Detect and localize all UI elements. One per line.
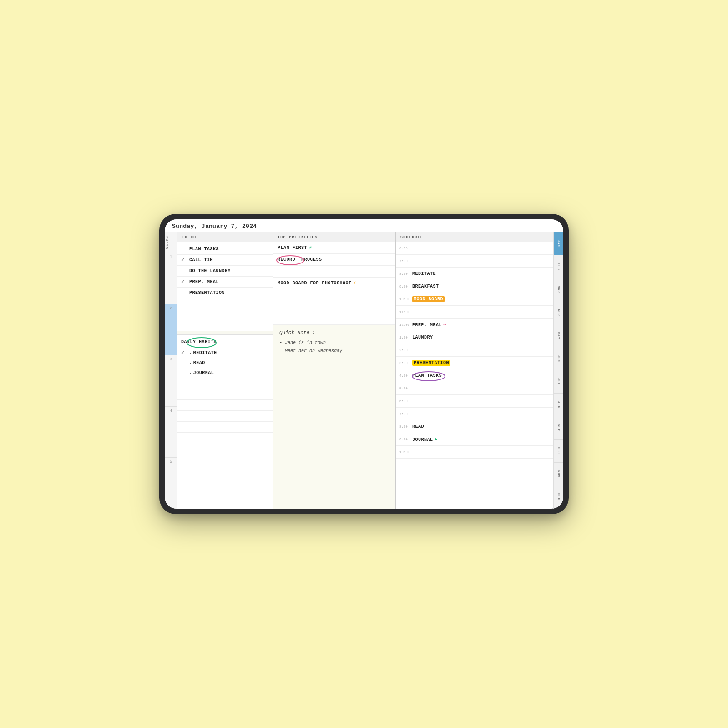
bullet-meditate: • — [189, 351, 192, 355]
todo-item-prep-meal[interactable]: ✓ PREP. MEAL — [177, 277, 273, 288]
schedule-100[interactable]: 1:00 LAUNDRY — [396, 331, 553, 344]
schedule-1000[interactable]: 10:00 MOOD BOARD — [396, 293, 553, 306]
svg-point-1 — [277, 256, 304, 265]
tab-feb[interactable]: FEB — [554, 255, 563, 278]
priorities-header: TOP PRIORITIES — [273, 232, 395, 242]
tab-oct[interactable]: OCT — [554, 440, 563, 463]
todo-header: TO DO — [177, 232, 273, 242]
time-900b: 9:00 — [399, 438, 412, 441]
lightning-icon-1: ⚡ — [309, 244, 312, 251]
todo-empty6 — [177, 400, 273, 411]
todo-item-laundry[interactable]: DO THE LAUNDRY — [177, 266, 273, 277]
todo-item-plan-tasks[interactable]: PLAN TASKS — [177, 244, 273, 255]
todo-item-call-tim[interactable]: ✓ CALL TIM — [177, 255, 273, 266]
schedule-600: 6:00 — [396, 242, 553, 255]
habits-title: DAILY HABITS — [181, 339, 217, 344]
schedule-header: SCHEDULE — [396, 232, 553, 242]
schedule-700b: 7:00 — [396, 408, 553, 420]
habit-meditate[interactable]: ✓ • MEDITATE — [177, 348, 273, 358]
time-800: 8:00 — [399, 272, 412, 276]
schedule-1200[interactable]: 12:00 PREP. MEAL~ — [396, 318, 553, 331]
quick-note-line1: • Jane is in town — [279, 339, 389, 347]
priority-mood-board[interactable]: MOOD BOARD FOR PHOTOSHOOT ⚡ — [273, 278, 395, 289]
priority-empty1 — [273, 266, 395, 278]
time-700b: 7:00 — [399, 412, 412, 416]
tab-apr[interactable]: APR — [554, 301, 563, 324]
tablet-screen: Sunday, January 7, 2024 Weeks 1 2 3 4 5 … — [165, 219, 563, 509]
schedule-meditate: MEDITATE — [412, 271, 436, 276]
schedule-prep-meal: PREP. MEAL~ — [412, 322, 446, 328]
quick-note-area: Quick Note : • Jane is in town Meet her … — [273, 325, 395, 509]
lightning-icon-2: ⚡ — [354, 280, 357, 287]
schedule-900b[interactable]: 9:00 JOURNAL+ — [396, 433, 553, 446]
tab-jan[interactable]: JAN — [554, 232, 563, 255]
time-800b: 8:00 — [399, 425, 412, 429]
schedule-journal: JOURNAL+ — [412, 437, 438, 442]
time-1000: 10:00 — [399, 298, 412, 301]
habit-read[interactable]: • READ — [177, 358, 273, 368]
habit-read-text: READ — [193, 360, 205, 365]
todo-prep-text: PREP. MEAL — [189, 279, 219, 284]
schedule-900[interactable]: 9:00 BREAKFAST — [396, 280, 553, 293]
todo-item-empty1 — [177, 298, 273, 309]
tab-nov[interactable]: NOV — [554, 463, 563, 486]
schedule-breakfast: BREAKFAST — [412, 284, 439, 289]
schedule-read: READ — [412, 424, 424, 429]
tab-mar[interactable]: MAR — [554, 278, 563, 301]
tab-dec[interactable]: DEC — [554, 485, 563, 509]
todo-content: PLAN TASKS ✓ CALL TIM DO THE LAUNDRY ✓ — [177, 242, 273, 509]
schedule-200: 2:00 — [396, 344, 553, 357]
week-numbers: 1 2 3 4 5 — [165, 253, 177, 509]
week-5: 5 — [165, 457, 177, 509]
todo-call-tim-text: CALL TIM — [189, 258, 213, 263]
priority-empty2 — [273, 289, 395, 301]
bullet-read: • — [189, 361, 192, 365]
habit-journal-text: JOURNAL — [193, 370, 214, 375]
priority-plan-first[interactable]: PLAN FIRST ⚡ — [273, 242, 395, 254]
record-circle-svg — [276, 255, 304, 265]
time-1200: 12:00 — [399, 323, 412, 327]
month-tabs: JAN FEB MAR APR MAY JUN JUL AUG SEP OCT … — [553, 232, 563, 509]
tab-jun[interactable]: JUN — [554, 347, 563, 370]
schedule-600b: 6:00 — [396, 395, 553, 408]
habit-meditate-text: MEDITATE — [193, 350, 217, 355]
priority-plan-first-text: PLAN FIRST — [278, 245, 307, 250]
tab-may[interactable]: MAY — [554, 324, 563, 348]
schedule-column: SCHEDULE 6:00 7:00 8:00 MEDITATE — [396, 232, 553, 509]
habit-journal[interactable]: • JOURNAL — [177, 368, 273, 378]
schedule-800[interactable]: 8:00 MEDITATE — [396, 268, 553, 280]
schedule-800b[interactable]: 8:00 READ — [396, 420, 553, 433]
tab-aug[interactable]: AUG — [554, 394, 563, 417]
date-text: Sunday, January 7, 2024 — [172, 223, 257, 230]
tablet: Sunday, January 7, 2024 Weeks 1 2 3 4 5 … — [159, 214, 569, 514]
time-600: 6:00 — [399, 247, 412, 250]
schedule-400[interactable]: 4:00 PLAN TASKS — [396, 369, 553, 382]
week-4: 4 — [165, 406, 177, 458]
priority-empty3 — [273, 301, 395, 313]
svg-point-0 — [187, 338, 216, 348]
todo-empty5 — [177, 389, 273, 400]
todo-presentation-text: PRESENTATION — [189, 290, 225, 295]
time-200: 2:00 — [399, 349, 412, 352]
priority-record[interactable]: RECORD PROCESS — [273, 254, 395, 266]
tab-sep[interactable]: SEP — [554, 416, 563, 440]
schedule-content: 6:00 7:00 8:00 MEDITATE 9:00 BREAKFAST — [396, 242, 553, 509]
schedule-300[interactable]: 3:00 PRESENTATION — [396, 357, 553, 369]
time-100: 1:00 — [399, 336, 412, 339]
todo-item-presentation[interactable]: PRESENTATION — [177, 288, 273, 298]
quick-note-title: Quick Note : — [279, 330, 389, 335]
priority-empty4 — [273, 313, 395, 325]
week-2[interactable]: 2 — [165, 304, 177, 355]
time-400: 4:00 — [399, 374, 412, 378]
schedule-plan-tasks: PLAN TASKS — [412, 373, 442, 378]
time-600b: 6:00 — [399, 399, 412, 403]
columns-area: TO DO PLAN TASKS ✓ CALL TIM DO THE — [177, 232, 563, 509]
time-500: 5:00 — [399, 387, 412, 390]
tab-jul[interactable]: JUL — [554, 370, 563, 394]
schedule-mood-board: MOOD BOARD — [412, 296, 445, 302]
week-3: 3 — [165, 355, 177, 406]
time-1000b: 10:00 — [399, 450, 412, 454]
priority-record-text: RECORD PROCESS — [278, 257, 322, 262]
schedule-500: 5:00 — [396, 382, 553, 395]
todo-column: TO DO PLAN TASKS ✓ CALL TIM DO THE — [177, 232, 273, 509]
